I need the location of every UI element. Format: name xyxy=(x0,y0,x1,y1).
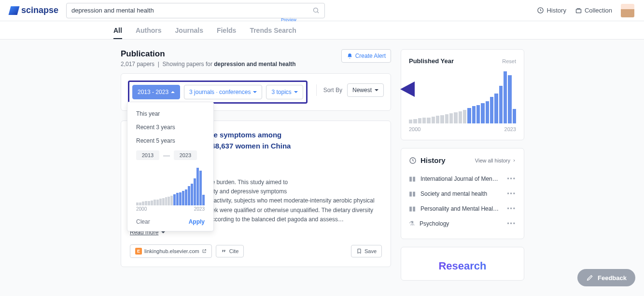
history-item[interactable]: ⚗Psychology••• xyxy=(409,216,516,231)
history-card: History View all history ▮▮International… xyxy=(401,148,524,239)
history-item[interactable]: ▮▮Society and mental health••• xyxy=(409,186,516,201)
more-icon[interactable]: ••• xyxy=(507,220,516,227)
brand-text: scinapse xyxy=(21,5,58,15)
clear-button[interactable]: Clear xyxy=(136,218,150,225)
book-icon: ▮▮ xyxy=(409,175,416,182)
feedback-button[interactable]: Feedback xyxy=(577,269,635,281)
dash: — xyxy=(163,151,170,159)
more-icon[interactable]: ••• xyxy=(507,175,516,182)
annotation-arrow xyxy=(400,81,415,97)
published-year-card: Published Year Reset 20002023 xyxy=(401,49,524,140)
chevron-down-icon xyxy=(161,231,165,233)
dd-this-year[interactable]: This year xyxy=(127,107,213,121)
tab-trends[interactable]: Preview Trends Search xyxy=(250,22,296,39)
history-title: History xyxy=(420,156,446,164)
search-icon[interactable] xyxy=(312,7,320,14)
flask-icon: ⚗ xyxy=(409,220,415,227)
tab-fields[interactable]: Fields xyxy=(217,22,236,39)
publication-subtitle: 2,017 papers | Showing papers for depres… xyxy=(121,61,296,67)
dd-recent-3[interactable]: Recent 3 years xyxy=(127,121,213,134)
bell-icon xyxy=(347,53,353,59)
collection-link[interactable]: Collection xyxy=(575,7,612,14)
view-all-history[interactable]: View all history xyxy=(475,158,516,163)
cite-button[interactable]: Cite xyxy=(216,245,244,257)
logo-icon xyxy=(9,6,20,15)
tab-journals[interactable]: Journals xyxy=(175,22,203,39)
history-item[interactable]: ▮▮International Journal of Men…••• xyxy=(409,171,516,186)
year-to-input[interactable] xyxy=(174,150,197,160)
svg-point-0 xyxy=(314,8,318,13)
sort-select[interactable]: Newest xyxy=(347,83,384,97)
research-card[interactable]: Research xyxy=(401,247,524,281)
book-icon: ▮▮ xyxy=(409,190,416,197)
source-link-button[interactable]: E linkinghub.elsevier.com xyxy=(130,244,212,258)
svg-line-1 xyxy=(317,12,319,13)
tab-authors[interactable]: Authors xyxy=(136,22,162,39)
year-from-input[interactable] xyxy=(136,150,159,160)
chevron-down-icon xyxy=(375,89,378,91)
svg-rect-3 xyxy=(576,9,581,13)
mini-chart[interactable]: 20002023 xyxy=(127,163,213,215)
bookmark-icon xyxy=(356,248,362,254)
chevron-up-icon xyxy=(171,91,175,93)
pencil-icon xyxy=(586,274,594,281)
history-link[interactable]: History xyxy=(537,7,566,14)
topics-filter-button[interactable]: 3 topics xyxy=(266,85,303,99)
external-link-icon xyxy=(202,249,207,254)
preview-badge: Preview xyxy=(281,17,296,22)
book-icon: ▮▮ xyxy=(409,205,416,212)
year-filter-button[interactable]: 2013 - 2023 xyxy=(132,85,180,99)
year-dropdown: This year Recent 3 years Recent 5 years … xyxy=(127,102,214,231)
more-icon[interactable]: ••• xyxy=(507,190,516,197)
sort-by-label: Sort By xyxy=(323,87,342,94)
dd-recent-5[interactable]: Recent 5 years xyxy=(127,134,213,148)
clock-icon xyxy=(409,157,417,164)
history-item[interactable]: ▮▮Personality and Mental Heal…••• xyxy=(409,201,516,216)
year-chart[interactable] xyxy=(409,70,516,123)
publication-title: Publication xyxy=(121,49,296,59)
filter-card: 2013 - 2023 3 journals · conferences 3 t… xyxy=(121,73,391,111)
collection-label: Collection xyxy=(585,7,612,14)
history-label: History xyxy=(546,7,566,14)
tab-all[interactable]: All xyxy=(113,22,122,39)
save-button[interactable]: Save xyxy=(351,245,382,257)
avatar[interactable] xyxy=(621,4,634,17)
apply-button[interactable]: Apply xyxy=(189,218,205,225)
elsevier-icon: E xyxy=(135,248,142,255)
quote-icon xyxy=(221,249,227,254)
filter-highlight: 2013 - 2023 3 journals · conferences 3 t… xyxy=(128,81,308,104)
published-year-title: Published Year xyxy=(409,57,454,65)
search-box[interactable] xyxy=(66,3,325,18)
chevron-right-icon xyxy=(512,159,516,162)
collection-icon xyxy=(575,7,582,14)
research-title: Research xyxy=(409,255,516,272)
more-icon[interactable]: ••• xyxy=(507,205,516,212)
reset-button[interactable]: Reset xyxy=(502,58,516,64)
chevron-down-icon xyxy=(294,91,298,93)
journals-filter-button[interactable]: 3 journals · conferences xyxy=(184,85,262,99)
brand-logo[interactable]: scinapse xyxy=(10,5,58,15)
clock-icon xyxy=(537,7,544,14)
chevron-down-icon xyxy=(253,91,257,93)
create-alert-button[interactable]: Create Alert xyxy=(341,49,391,63)
search-input[interactable] xyxy=(71,7,312,14)
